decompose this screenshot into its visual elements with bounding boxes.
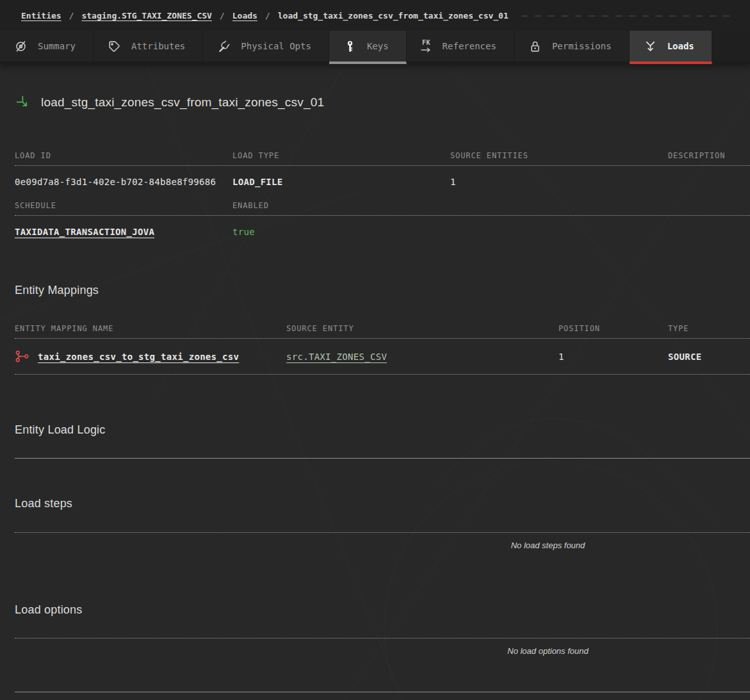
tab-references[interactable]: FK References [407, 31, 514, 64]
tab-label: Loads [667, 41, 694, 51]
breadcrumb: Entities / staging.STG_TAXI_ZONES_CSV / … [0, 0, 750, 31]
col-header-position: POSITION [558, 324, 668, 333]
breadcrumb-separator: / [69, 11, 74, 20]
breadcrumb-current-load: load_stg_taxi_zones_csv_from_taxi_zones_… [278, 11, 509, 20]
tab-attributes[interactable]: Attributes [94, 31, 203, 64]
load-merge-arrow-icon [15, 94, 32, 111]
tab-keys[interactable]: Keys [329, 31, 407, 64]
tab-label: Keys [367, 41, 389, 51]
wrench-icon [217, 40, 231, 53]
fk-arrow [421, 47, 432, 53]
section-divider [15, 458, 750, 459]
col-header-entity-mapping-name: ENTITY MAPPING NAME [15, 324, 286, 333]
mapping-position-value: 1 [558, 352, 668, 362]
breadcrumb-link-entity[interactable]: staging.STG_TAXI_ZONES_CSV [81, 11, 212, 20]
tab-bar-filler [712, 31, 750, 64]
col-header-description: DESCRIPTION [668, 151, 750, 160]
entity-mappings-table: ENTITY MAPPING NAME SOURCE ENTITY POSITI… [15, 324, 750, 375]
load-options-heading: Load options [15, 603, 750, 617]
key-icon [343, 40, 357, 53]
load-schedule-value-row: TAXIDATA_TRANSACTION_JOVA true [15, 216, 750, 238]
entity-tab-bar: Summary Attributes Physical Opts [0, 31, 750, 64]
breadcrumb-link-entities[interactable]: Entities [21, 11, 61, 20]
load-type-value: LOAD_FILE [232, 177, 450, 188]
entity-mapping-row: taxi_zones_csv_to_stg_taxi_zones_csv src… [15, 339, 750, 375]
mapping-type-value: SOURCE [668, 352, 750, 362]
entity-mappings-header-row: ENTITY MAPPING NAME SOURCE ENTITY POSITI… [15, 324, 750, 339]
tab-label: Summary [38, 41, 76, 51]
tab-summary[interactable]: Summary [0, 31, 94, 64]
entity-summary-icon [14, 40, 28, 53]
tab-loads[interactable]: Loads [630, 31, 712, 64]
col-header-schedule: SCHEDULE [15, 201, 232, 210]
breadcrumb-dashed-leader [521, 15, 731, 17]
load-steps-empty-message: No load steps found [346, 533, 750, 550]
tab-label: Attributes [131, 41, 185, 51]
load-schedule-header-row: SCHEDULE ENABLED [15, 201, 750, 216]
col-header-source-entity: SOURCE ENTITY [286, 324, 558, 333]
tab-permissions[interactable]: Permissions [514, 31, 630, 64]
tab-label: Permissions [552, 41, 612, 51]
load-steps-heading: Load steps [15, 497, 750, 510]
tab-label: References [443, 41, 496, 51]
breadcrumb-separator: / [265, 11, 270, 20]
breadcrumb-separator: / [220, 11, 225, 20]
bottom-divider [15, 692, 750, 692]
fk-icon-label: FK [422, 40, 430, 46]
page-title-row: load_stg_taxi_zones_csv_from_taxi_zones_… [15, 94, 750, 111]
tab-physical-opts[interactable]: Physical Opts [203, 31, 329, 64]
load-detail-content: load_stg_taxi_zones_csv_from_taxi_zones_… [0, 94, 750, 692]
entity-mappings-heading: Entity Mappings [15, 284, 750, 297]
mapping-branch-icon [15, 349, 29, 364]
enabled-value: true [232, 227, 450, 238]
col-header-load-type: LOAD TYPE [232, 151, 450, 160]
load-detail-page: Entities / staging.STG_TAXI_ZONES_CSV / … [0, 0, 750, 700]
load-details-table: LOAD ID LOAD TYPE SOURCE ENTITIES DESCRI… [15, 151, 750, 188]
load-schedule-table: SCHEDULE ENABLED TAXIDATA_TRANSACTION_JO… [15, 201, 750, 238]
col-header-enabled: ENABLED [232, 201, 450, 210]
description-value [668, 177, 750, 188]
load-options-empty-message: No load options found [346, 639, 750, 656]
tag-icon [108, 40, 121, 53]
page-title: load_stg_taxi_zones_csv_from_taxi_zones_… [41, 95, 324, 110]
breadcrumb-link-loads[interactable]: Loads [232, 11, 257, 20]
col-header-type: TYPE [668, 324, 750, 333]
load-details-value-row: 0e09d7a8-f3d1-402e-b702-84b8e8f99686 LOA… [15, 166, 750, 188]
col-header-load-id: LOAD ID [15, 151, 232, 160]
lock-icon [528, 40, 542, 53]
source-entities-value: 1 [450, 177, 668, 188]
load-details-header-row: LOAD ID LOAD TYPE SOURCE ENTITIES DESCRI… [15, 151, 750, 166]
col-header-source-entities: SOURCE ENTITIES [450, 151, 668, 160]
source-entity-link[interactable]: src.TAXI_ZONES_CSV [286, 352, 387, 362]
merge-arrow-icon [644, 40, 657, 53]
fk-arrow-icon: FK [421, 40, 432, 53]
schedule-link[interactable]: TAXIDATA_TRANSACTION_JOVA [15, 227, 154, 237]
tab-label: Physical Opts [241, 41, 311, 51]
entity-load-logic-heading: Entity Load Logic [15, 423, 750, 437]
entity-mapping-name-link[interactable]: taxi_zones_csv_to_stg_taxi_zones_csv [38, 352, 239, 362]
load-id-value: 0e09d7a8-f3d1-402e-b702-84b8e8f99686 [15, 177, 232, 188]
